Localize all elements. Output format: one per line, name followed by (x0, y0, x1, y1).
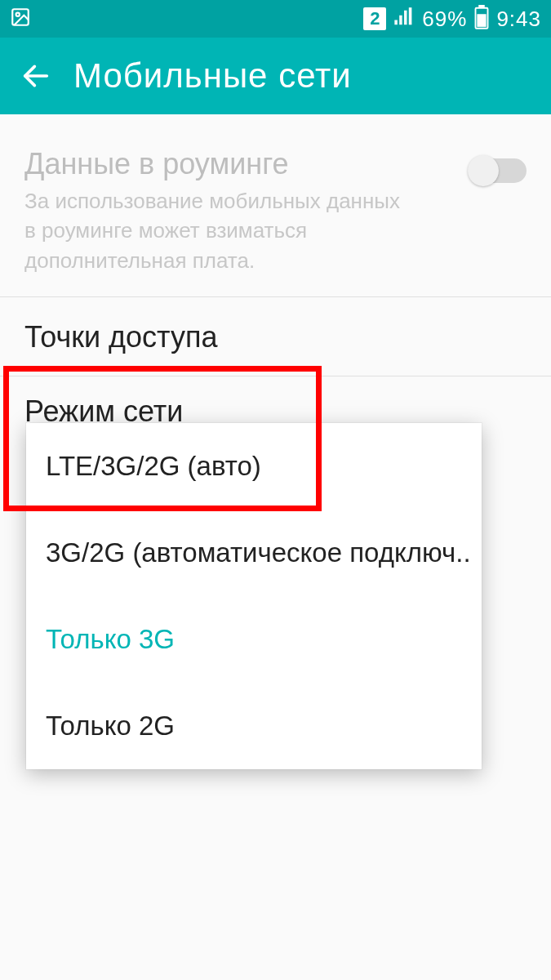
screenshot-icon (10, 7, 31, 31)
toggle-knob (468, 155, 499, 186)
battery-percent: 69% (422, 7, 467, 32)
apn-row[interactable]: Точки доступа (0, 297, 551, 376)
battery-icon (473, 5, 490, 33)
status-bar: 2 69% 9:43 (0, 0, 551, 38)
network-mode-option-3g-2g[interactable]: 3G/2G (автоматическое подключ.. (26, 510, 482, 596)
sim-badge: 2 (363, 7, 386, 30)
svg-point-1 (16, 13, 20, 16)
network-mode-option-2g[interactable]: Только 2G (26, 683, 482, 769)
roaming-title: Данные в роуминге (24, 147, 527, 181)
apn-title: Точки доступа (24, 320, 527, 354)
clock: 9:43 (496, 7, 541, 32)
highlight-annotation (3, 366, 322, 511)
network-mode-option-3g[interactable]: Только 3G (26, 596, 482, 683)
roaming-toggle[interactable] (469, 158, 527, 183)
roaming-row[interactable]: Данные в роуминге За использование мобил… (0, 114, 551, 297)
page-title: Мобильные сети (73, 56, 352, 96)
signal-icon (393, 7, 415, 31)
app-bar: Мобильные сети (0, 38, 551, 114)
back-arrow-icon[interactable] (20, 60, 52, 92)
svg-rect-4 (478, 14, 487, 27)
roaming-desc: За использование мобильных данных в роум… (24, 186, 416, 275)
